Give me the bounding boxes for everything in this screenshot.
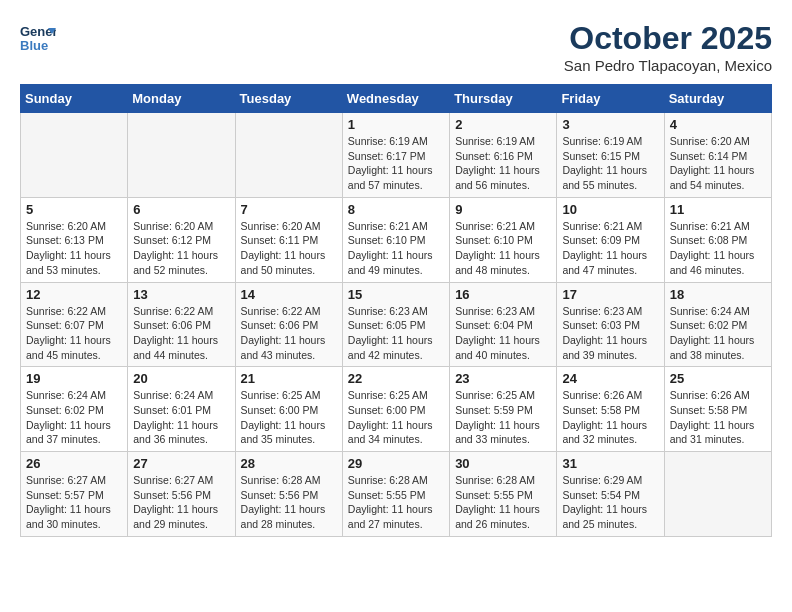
svg-text:Blue: Blue	[20, 38, 48, 53]
day-number: 4	[670, 117, 766, 132]
calendar-cell: 23Sunrise: 6:25 AM Sunset: 5:59 PM Dayli…	[450, 367, 557, 452]
day-number: 23	[455, 371, 551, 386]
day-info: Sunrise: 6:20 AM Sunset: 6:12 PM Dayligh…	[133, 219, 229, 278]
day-info: Sunrise: 6:25 AM Sunset: 6:00 PM Dayligh…	[241, 388, 337, 447]
day-number: 16	[455, 287, 551, 302]
calendar-week-0: 1Sunrise: 6:19 AM Sunset: 6:17 PM Daylig…	[21, 113, 772, 198]
calendar-cell: 24Sunrise: 6:26 AM Sunset: 5:58 PM Dayli…	[557, 367, 664, 452]
calendar-cell: 2Sunrise: 6:19 AM Sunset: 6:16 PM Daylig…	[450, 113, 557, 198]
day-info: Sunrise: 6:22 AM Sunset: 6:06 PM Dayligh…	[241, 304, 337, 363]
month-title: October 2025	[564, 20, 772, 57]
day-info: Sunrise: 6:21 AM Sunset: 6:10 PM Dayligh…	[348, 219, 444, 278]
location-title: San Pedro Tlapacoyan, Mexico	[564, 57, 772, 74]
day-number: 5	[26, 202, 122, 217]
day-info: Sunrise: 6:23 AM Sunset: 6:05 PM Dayligh…	[348, 304, 444, 363]
day-number: 8	[348, 202, 444, 217]
day-info: Sunrise: 6:23 AM Sunset: 6:04 PM Dayligh…	[455, 304, 551, 363]
day-number: 2	[455, 117, 551, 132]
day-number: 20	[133, 371, 229, 386]
day-number: 21	[241, 371, 337, 386]
calendar-cell	[128, 113, 235, 198]
calendar-cell: 16Sunrise: 6:23 AM Sunset: 6:04 PM Dayli…	[450, 282, 557, 367]
calendar-header: SundayMondayTuesdayWednesdayThursdayFrid…	[21, 85, 772, 113]
day-info: Sunrise: 6:19 AM Sunset: 6:17 PM Dayligh…	[348, 134, 444, 193]
day-info: Sunrise: 6:27 AM Sunset: 5:57 PM Dayligh…	[26, 473, 122, 532]
day-info: Sunrise: 6:25 AM Sunset: 6:00 PM Dayligh…	[348, 388, 444, 447]
weekday-header-tuesday: Tuesday	[235, 85, 342, 113]
day-number: 29	[348, 456, 444, 471]
calendar-cell: 5Sunrise: 6:20 AM Sunset: 6:13 PM Daylig…	[21, 197, 128, 282]
calendar-cell: 8Sunrise: 6:21 AM Sunset: 6:10 PM Daylig…	[342, 197, 449, 282]
day-info: Sunrise: 6:28 AM Sunset: 5:56 PM Dayligh…	[241, 473, 337, 532]
day-info: Sunrise: 6:26 AM Sunset: 5:58 PM Dayligh…	[562, 388, 658, 447]
day-info: Sunrise: 6:21 AM Sunset: 6:08 PM Dayligh…	[670, 219, 766, 278]
weekday-header-sunday: Sunday	[21, 85, 128, 113]
calendar-cell: 19Sunrise: 6:24 AM Sunset: 6:02 PM Dayli…	[21, 367, 128, 452]
day-info: Sunrise: 6:25 AM Sunset: 5:59 PM Dayligh…	[455, 388, 551, 447]
weekday-header-thursday: Thursday	[450, 85, 557, 113]
logo: General Blue	[20, 20, 60, 56]
day-info: Sunrise: 6:20 AM Sunset: 6:11 PM Dayligh…	[241, 219, 337, 278]
weekday-header-friday: Friday	[557, 85, 664, 113]
calendar-cell: 18Sunrise: 6:24 AM Sunset: 6:02 PM Dayli…	[664, 282, 771, 367]
calendar-cell: 20Sunrise: 6:24 AM Sunset: 6:01 PM Dayli…	[128, 367, 235, 452]
calendar-cell: 14Sunrise: 6:22 AM Sunset: 6:06 PM Dayli…	[235, 282, 342, 367]
calendar-cell: 13Sunrise: 6:22 AM Sunset: 6:06 PM Dayli…	[128, 282, 235, 367]
day-info: Sunrise: 6:21 AM Sunset: 6:09 PM Dayligh…	[562, 219, 658, 278]
day-number: 27	[133, 456, 229, 471]
day-number: 25	[670, 371, 766, 386]
day-number: 3	[562, 117, 658, 132]
day-number: 26	[26, 456, 122, 471]
calendar-cell: 1Sunrise: 6:19 AM Sunset: 6:17 PM Daylig…	[342, 113, 449, 198]
day-info: Sunrise: 6:24 AM Sunset: 6:02 PM Dayligh…	[26, 388, 122, 447]
calendar-cell	[664, 452, 771, 537]
day-info: Sunrise: 6:28 AM Sunset: 5:55 PM Dayligh…	[455, 473, 551, 532]
logo-icon: General Blue	[20, 20, 56, 56]
day-info: Sunrise: 6:20 AM Sunset: 6:14 PM Dayligh…	[670, 134, 766, 193]
day-info: Sunrise: 6:19 AM Sunset: 6:15 PM Dayligh…	[562, 134, 658, 193]
calendar-cell: 3Sunrise: 6:19 AM Sunset: 6:15 PM Daylig…	[557, 113, 664, 198]
calendar-cell	[235, 113, 342, 198]
day-number: 6	[133, 202, 229, 217]
day-info: Sunrise: 6:29 AM Sunset: 5:54 PM Dayligh…	[562, 473, 658, 532]
weekday-header-monday: Monday	[128, 85, 235, 113]
calendar-cell: 25Sunrise: 6:26 AM Sunset: 5:58 PM Dayli…	[664, 367, 771, 452]
day-number: 7	[241, 202, 337, 217]
day-info: Sunrise: 6:19 AM Sunset: 6:16 PM Dayligh…	[455, 134, 551, 193]
calendar-cell: 26Sunrise: 6:27 AM Sunset: 5:57 PM Dayli…	[21, 452, 128, 537]
calendar-cell: 12Sunrise: 6:22 AM Sunset: 6:07 PM Dayli…	[21, 282, 128, 367]
title-block: October 2025 San Pedro Tlapacoyan, Mexic…	[564, 20, 772, 74]
weekday-header-wednesday: Wednesday	[342, 85, 449, 113]
day-info: Sunrise: 6:27 AM Sunset: 5:56 PM Dayligh…	[133, 473, 229, 532]
calendar-cell: 22Sunrise: 6:25 AM Sunset: 6:00 PM Dayli…	[342, 367, 449, 452]
day-info: Sunrise: 6:23 AM Sunset: 6:03 PM Dayligh…	[562, 304, 658, 363]
day-info: Sunrise: 6:24 AM Sunset: 6:01 PM Dayligh…	[133, 388, 229, 447]
calendar-cell: 9Sunrise: 6:21 AM Sunset: 6:10 PM Daylig…	[450, 197, 557, 282]
calendar-week-1: 5Sunrise: 6:20 AM Sunset: 6:13 PM Daylig…	[21, 197, 772, 282]
calendar-cell: 15Sunrise: 6:23 AM Sunset: 6:05 PM Dayli…	[342, 282, 449, 367]
calendar-cell: 4Sunrise: 6:20 AM Sunset: 6:14 PM Daylig…	[664, 113, 771, 198]
day-number: 18	[670, 287, 766, 302]
day-number: 10	[562, 202, 658, 217]
day-info: Sunrise: 6:24 AM Sunset: 6:02 PM Dayligh…	[670, 304, 766, 363]
day-info: Sunrise: 6:22 AM Sunset: 6:06 PM Dayligh…	[133, 304, 229, 363]
day-info: Sunrise: 6:20 AM Sunset: 6:13 PM Dayligh…	[26, 219, 122, 278]
day-number: 31	[562, 456, 658, 471]
calendar-body: 1Sunrise: 6:19 AM Sunset: 6:17 PM Daylig…	[21, 113, 772, 537]
calendar-week-3: 19Sunrise: 6:24 AM Sunset: 6:02 PM Dayli…	[21, 367, 772, 452]
day-number: 13	[133, 287, 229, 302]
calendar-week-4: 26Sunrise: 6:27 AM Sunset: 5:57 PM Dayli…	[21, 452, 772, 537]
day-number: 24	[562, 371, 658, 386]
calendar-cell: 28Sunrise: 6:28 AM Sunset: 5:56 PM Dayli…	[235, 452, 342, 537]
day-number: 12	[26, 287, 122, 302]
weekday-header-row: SundayMondayTuesdayWednesdayThursdayFrid…	[21, 85, 772, 113]
calendar-cell	[21, 113, 128, 198]
calendar-cell: 29Sunrise: 6:28 AM Sunset: 5:55 PM Dayli…	[342, 452, 449, 537]
calendar-cell: 7Sunrise: 6:20 AM Sunset: 6:11 PM Daylig…	[235, 197, 342, 282]
calendar-cell: 31Sunrise: 6:29 AM Sunset: 5:54 PM Dayli…	[557, 452, 664, 537]
calendar-cell: 6Sunrise: 6:20 AM Sunset: 6:12 PM Daylig…	[128, 197, 235, 282]
weekday-header-saturday: Saturday	[664, 85, 771, 113]
day-number: 30	[455, 456, 551, 471]
day-number: 17	[562, 287, 658, 302]
calendar-cell: 27Sunrise: 6:27 AM Sunset: 5:56 PM Dayli…	[128, 452, 235, 537]
